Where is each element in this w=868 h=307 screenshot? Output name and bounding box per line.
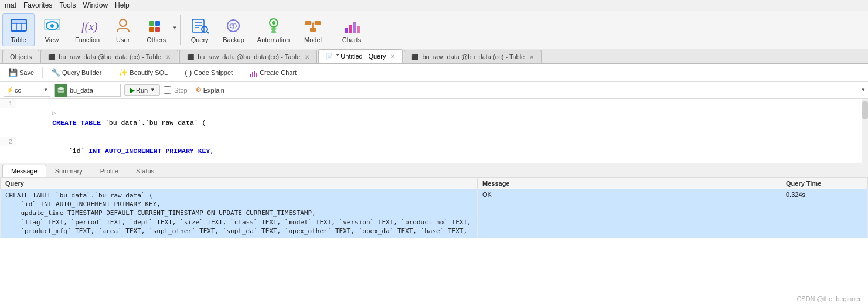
menu-window[interactable]: Window bbox=[83, 1, 108, 9]
code-snippet-button[interactable]: ( ) Code Snippet bbox=[180, 66, 237, 79]
action-sep-2 bbox=[110, 67, 110, 78]
sql-scrollbar[interactable] bbox=[862, 99, 868, 163]
menu-favorites[interactable]: Favorites bbox=[23, 1, 52, 9]
toolbar-function-label: Function bbox=[75, 36, 100, 43]
tab-bu-raw-2[interactable]: ⬛ bu_raw_data @bu_data (cc) - Table ✕ bbox=[179, 50, 317, 63]
menu-mat[interactable]: mat bbox=[5, 1, 16, 9]
others-dropdown-arrow[interactable]: ▼ bbox=[172, 25, 177, 35]
stop-checkbox[interactable] bbox=[164, 86, 171, 94]
toolbar-table[interactable]: Table bbox=[2, 13, 35, 46]
connection-icon: ⚡ bbox=[6, 87, 13, 93]
tab-close-4[interactable]: ✕ bbox=[529, 54, 534, 60]
svg-rect-28 bbox=[305, 21, 311, 25]
svg-point-26 bbox=[270, 29, 272, 32]
toolbar-automation-label: Automation bbox=[257, 36, 290, 43]
bottom-tab-profile[interactable]: Profile bbox=[91, 165, 127, 177]
toolbar-query[interactable]: Query bbox=[183, 14, 216, 46]
tab-objects[interactable]: Objects bbox=[2, 50, 39, 63]
toolbar-sep-1 bbox=[180, 15, 181, 45]
svg-rect-39 bbox=[254, 71, 255, 77]
toolbar-user-label: User bbox=[116, 36, 130, 43]
col-query: Query bbox=[1, 178, 478, 189]
database-arrow: ▼ bbox=[861, 87, 866, 93]
explain-button[interactable]: ⚙ Explain bbox=[191, 85, 229, 95]
run-dropdown-arrow[interactable]: ▼ bbox=[150, 87, 155, 93]
bottom-tab-status[interactable]: Status bbox=[127, 165, 163, 177]
svg-point-43 bbox=[58, 91, 64, 93]
table-row[interactable]: CREATE TABLE `bu_data`.`bu_raw_data` ( `… bbox=[1, 189, 868, 238]
toolbar-automation[interactable]: Automation bbox=[251, 14, 296, 46]
toolbar-function[interactable]: f(x) Function bbox=[69, 14, 105, 46]
result-query-time: 0.324s bbox=[781, 189, 868, 238]
svg-point-24 bbox=[272, 21, 275, 25]
tab-bu-raw-1[interactable]: ⬛ bu_raw_data @bu_data (cc) - Table ✕ bbox=[40, 50, 178, 63]
bottom-tab-message[interactable]: Message bbox=[2, 165, 46, 177]
col-query-time: Query Time bbox=[781, 178, 868, 189]
toolbar-others[interactable]: Others bbox=[140, 14, 172, 46]
toolbar-model[interactable]: Model bbox=[297, 14, 329, 46]
menu-tools[interactable]: Tools bbox=[59, 1, 76, 9]
toolbar-backup-label: Backup bbox=[223, 36, 244, 43]
svg-rect-11 bbox=[155, 21, 160, 26]
toolbar-charts[interactable]: Charts bbox=[335, 14, 367, 46]
table-icon bbox=[9, 16, 28, 35]
svg-rect-12 bbox=[149, 27, 154, 32]
database-select[interactable]: bu_data bbox=[67, 86, 120, 95]
svg-rect-13 bbox=[155, 27, 160, 32]
connection-select-wrapper: ⚡ cc ▼ bbox=[4, 84, 50, 97]
main-container: mat Favorites Tools Window Help Table bbox=[0, 0, 868, 307]
query-icon bbox=[190, 16, 209, 35]
toolbar-backup[interactable]: ↺ Backup bbox=[217, 14, 250, 46]
model-icon bbox=[304, 16, 322, 35]
bottom-tab-summary[interactable]: Summary bbox=[46, 165, 91, 177]
stop-label[interactable]: Stop bbox=[164, 86, 188, 94]
results-table: Query Message Query Time CREATE TABLE `b… bbox=[0, 178, 868, 238]
svg-point-18 bbox=[202, 26, 207, 32]
svg-rect-10 bbox=[149, 21, 154, 26]
toolbar: Table View f(x) Function bbox=[0, 11, 868, 49]
action-sep-4 bbox=[241, 67, 241, 78]
result-message: OK bbox=[478, 189, 781, 238]
charts-icon bbox=[342, 16, 361, 35]
tab-bu-raw-3[interactable]: ⬛ bu_raw_data @bu_data (cc) - Table ✕ bbox=[404, 50, 542, 63]
function-icon: f(x) bbox=[78, 16, 97, 35]
svg-point-6 bbox=[50, 24, 54, 28]
others-icon bbox=[147, 16, 166, 35]
bottom-tabs-bar: Message Summary Profile Status bbox=[0, 163, 868, 178]
result-query-text: CREATE TABLE `bu_data`.`bu_raw_data` ( `… bbox=[1, 189, 478, 238]
query-bar: ⚡ cc ▼ bu_data ▼ ▶ Run bbox=[0, 82, 868, 99]
toolbar-view-label: View bbox=[45, 36, 59, 43]
bottom-panel: Message Summary Profile Status Query Mes… bbox=[0, 163, 868, 307]
database-select-wrapper: bu_data ▼ bbox=[54, 84, 121, 97]
tab-close-2[interactable]: ✕ bbox=[305, 54, 309, 60]
tab-untitled-query[interactable]: 📄 * Untitled - Query ✕ bbox=[318, 49, 403, 63]
toolbar-view[interactable]: View bbox=[36, 14, 68, 46]
view-icon bbox=[43, 16, 62, 35]
query-builder-button[interactable]: 🔧 Query Builder bbox=[46, 66, 106, 79]
tab-close-1[interactable]: ✕ bbox=[166, 54, 171, 60]
create-chart-button[interactable]: Create Chart bbox=[245, 66, 301, 79]
beautify-button[interactable]: ✨ Beautify SQL bbox=[114, 66, 172, 79]
tab-close-3[interactable]: ✕ bbox=[390, 53, 395, 60]
user-icon bbox=[114, 16, 132, 35]
database-icon bbox=[55, 84, 67, 97]
toolbar-user[interactable]: User bbox=[107, 14, 139, 46]
svg-line-19 bbox=[207, 32, 209, 33]
svg-rect-35 bbox=[353, 22, 356, 33]
save-icon: 💾 bbox=[8, 68, 18, 77]
svg-rect-4 bbox=[12, 20, 26, 23]
menu-help[interactable]: Help bbox=[115, 1, 130, 9]
run-button[interactable]: ▶ Run ▼ bbox=[124, 84, 160, 96]
toolbar-sep-2 bbox=[332, 15, 332, 45]
sql-editor[interactable]: 1 ▷ CREATE TABLE `bu_data`.`bu_raw_data`… bbox=[0, 99, 868, 163]
toolbar-others-label: Others bbox=[147, 36, 166, 43]
code-snippet-icon: ( ) bbox=[185, 68, 192, 77]
run-icon: ▶ bbox=[130, 86, 135, 94]
svg-rect-38 bbox=[252, 72, 253, 77]
svg-rect-33 bbox=[345, 28, 348, 33]
watermark: CSDN @the_beginner bbox=[796, 295, 861, 302]
svg-rect-40 bbox=[256, 73, 257, 77]
svg-text:f(x): f(x) bbox=[81, 20, 97, 33]
save-button[interactable]: 💾 Save bbox=[4, 66, 39, 79]
tabs-bar: Objects ⬛ bu_raw_data @bu_data (cc) - Ta… bbox=[0, 49, 868, 64]
